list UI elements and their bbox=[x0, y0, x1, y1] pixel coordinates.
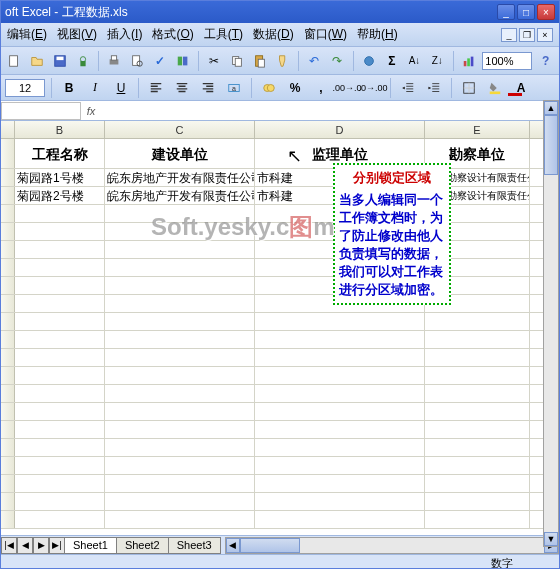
fill-color-icon[interactable] bbox=[484, 77, 506, 99]
align-center-icon[interactable] bbox=[171, 77, 193, 99]
tab-first-icon[interactable]: |◀ bbox=[1, 537, 17, 554]
scroll-thumb[interactable] bbox=[544, 115, 558, 175]
row-header[interactable] bbox=[1, 295, 15, 312]
cell[interactable] bbox=[255, 367, 425, 384]
menu-window[interactable]: 窗口(W) bbox=[304, 26, 347, 43]
row-header[interactable] bbox=[1, 139, 15, 168]
help-icon[interactable]: ? bbox=[536, 50, 555, 72]
row-header[interactable] bbox=[1, 403, 15, 420]
cell[interactable] bbox=[425, 331, 530, 348]
cell[interactable] bbox=[15, 241, 105, 258]
row-header[interactable] bbox=[1, 313, 15, 330]
name-box[interactable] bbox=[1, 102, 81, 120]
menu-help[interactable]: 帮助(H) bbox=[357, 26, 398, 43]
align-right-icon[interactable] bbox=[197, 77, 219, 99]
cell-header-c[interactable]: 建设单位 bbox=[105, 139, 255, 168]
cell[interactable] bbox=[105, 367, 255, 384]
copy-icon[interactable] bbox=[228, 50, 247, 72]
cell[interactable] bbox=[425, 313, 530, 330]
cell[interactable] bbox=[15, 385, 105, 402]
spellcheck-icon[interactable]: ✓ bbox=[151, 50, 170, 72]
formula-input[interactable] bbox=[101, 102, 559, 120]
cell[interactable] bbox=[105, 205, 255, 222]
cell[interactable] bbox=[15, 313, 105, 330]
new-icon[interactable] bbox=[5, 50, 24, 72]
cell[interactable] bbox=[105, 457, 255, 474]
permission-icon[interactable] bbox=[73, 50, 92, 72]
sheet-tab-3[interactable]: Sheet3 bbox=[168, 537, 221, 554]
cell[interactable] bbox=[15, 475, 105, 492]
cell[interactable] bbox=[255, 493, 425, 510]
cell[interactable] bbox=[425, 439, 530, 456]
menu-format[interactable]: 格式(O) bbox=[152, 26, 193, 43]
vertical-scrollbar[interactable]: ▲ ▼ bbox=[543, 100, 559, 547]
row-header[interactable] bbox=[1, 385, 15, 402]
sheet-tab-1[interactable]: Sheet1 bbox=[64, 537, 117, 554]
cell[interactable] bbox=[15, 511, 105, 528]
cell[interactable] bbox=[255, 439, 425, 456]
cell[interactable] bbox=[425, 457, 530, 474]
chart-icon[interactable] bbox=[460, 50, 479, 72]
italic-button[interactable]: I bbox=[84, 77, 106, 99]
cell[interactable] bbox=[425, 367, 530, 384]
cell[interactable] bbox=[105, 511, 255, 528]
cell[interactable] bbox=[255, 385, 425, 402]
cells-area[interactable]: 工程名称 建设单位 监理单位 勘察单位 菊园路1号楼 皖东房地产开发有限责任公司… bbox=[1, 139, 559, 535]
open-icon[interactable] bbox=[28, 50, 47, 72]
increase-decimal-icon[interactable]: .00→.0 bbox=[336, 77, 358, 99]
cell[interactable]: 菊园路1号楼 bbox=[15, 169, 105, 186]
cell[interactable]: 菊园路2号楼 bbox=[15, 187, 105, 204]
cell[interactable] bbox=[15, 421, 105, 438]
cell[interactable] bbox=[15, 295, 105, 312]
select-all-corner[interactable] bbox=[1, 121, 15, 138]
scroll-thumb[interactable] bbox=[240, 538, 300, 553]
currency-icon[interactable] bbox=[258, 77, 280, 99]
cell[interactable] bbox=[255, 331, 425, 348]
row-header[interactable] bbox=[1, 187, 15, 204]
cell[interactable] bbox=[105, 331, 255, 348]
cell[interactable] bbox=[255, 475, 425, 492]
sort-desc-icon[interactable]: Z↓ bbox=[428, 50, 447, 72]
menu-edit[interactable]: 编辑(E) bbox=[7, 26, 47, 43]
cell[interactable] bbox=[105, 349, 255, 366]
bold-button[interactable]: B bbox=[58, 77, 80, 99]
format-painter-icon[interactable] bbox=[273, 50, 292, 72]
fx-button[interactable]: fx bbox=[81, 105, 101, 117]
cell[interactable] bbox=[255, 313, 425, 330]
cell[interactable] bbox=[15, 457, 105, 474]
cell[interactable]: 皖东房地产开发有限责任公司 bbox=[105, 169, 255, 186]
cell[interactable] bbox=[425, 421, 530, 438]
cell[interactable] bbox=[105, 439, 255, 456]
cell[interactable] bbox=[425, 403, 530, 420]
cell-header-b[interactable]: 工程名称 bbox=[15, 139, 105, 168]
cell[interactable]: 皖东房地产开发有限责任公司 bbox=[105, 187, 255, 204]
horizontal-scrollbar[interactable]: ◀ ▶ bbox=[225, 537, 559, 554]
maximize-button[interactable]: □ bbox=[517, 4, 535, 20]
comma-icon[interactable]: , bbox=[310, 77, 332, 99]
workbook-minimize-button[interactable]: _ bbox=[501, 28, 517, 42]
redo-icon[interactable]: ↷ bbox=[328, 50, 347, 72]
increase-indent-icon[interactable] bbox=[423, 77, 445, 99]
print-icon[interactable] bbox=[105, 50, 124, 72]
align-left-icon[interactable] bbox=[145, 77, 167, 99]
cell[interactable] bbox=[255, 457, 425, 474]
close-button[interactable]: × bbox=[537, 4, 555, 20]
cell[interactable] bbox=[15, 367, 105, 384]
column-header-c[interactable]: C bbox=[105, 121, 255, 138]
zoom-input[interactable] bbox=[482, 52, 532, 70]
row-header[interactable] bbox=[1, 367, 15, 384]
row-header[interactable] bbox=[1, 331, 15, 348]
autosum-icon[interactable]: Σ bbox=[382, 50, 401, 72]
scroll-left-icon[interactable]: ◀ bbox=[226, 538, 240, 553]
menu-view[interactable]: 视图(V) bbox=[57, 26, 97, 43]
cell[interactable] bbox=[15, 205, 105, 222]
percent-icon[interactable]: % bbox=[284, 77, 306, 99]
cell[interactable] bbox=[105, 223, 255, 240]
print-preview-icon[interactable] bbox=[128, 50, 147, 72]
cell[interactable] bbox=[105, 385, 255, 402]
row-header[interactable] bbox=[1, 421, 15, 438]
cell[interactable] bbox=[255, 403, 425, 420]
cell[interactable] bbox=[105, 475, 255, 492]
cell[interactable] bbox=[105, 421, 255, 438]
row-header[interactable] bbox=[1, 277, 15, 294]
